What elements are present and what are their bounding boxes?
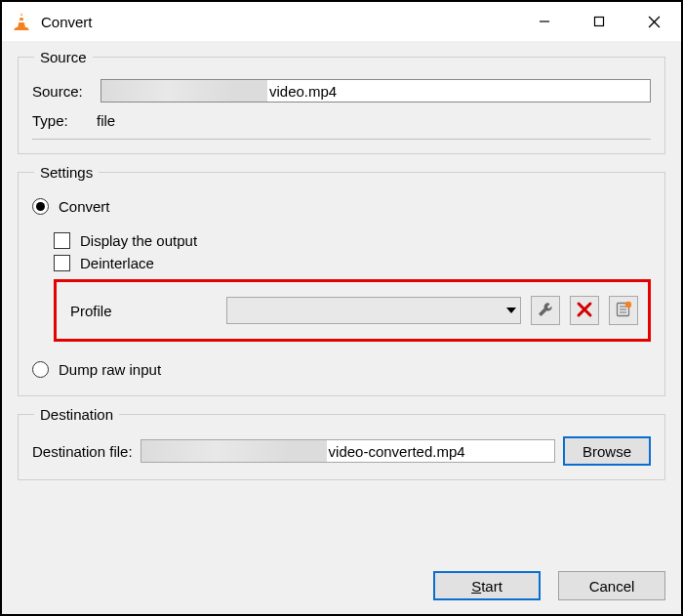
profile-row-highlight: Profile <box>54 279 651 342</box>
display-output-label: Display the output <box>80 232 197 249</box>
browse-button-label: Browse <box>583 443 631 460</box>
settings-legend: Settings <box>34 164 99 181</box>
svg-marker-3 <box>14 27 29 30</box>
wrench-icon <box>537 301 554 321</box>
close-button[interactable] <box>626 2 681 41</box>
maximize-button[interactable] <box>572 2 626 41</box>
deinterlace-label: Deinterlace <box>80 255 154 271</box>
vlc-cone-icon <box>12 12 31 31</box>
delete-profile-button[interactable] <box>570 296 599 325</box>
new-profile-button[interactable] <box>609 296 638 325</box>
cancel-button-label: Cancel <box>589 578 635 595</box>
profile-label: Profile <box>70 303 217 319</box>
edit-profile-button[interactable] <box>531 296 560 325</box>
minimize-button[interactable] <box>517 2 572 41</box>
new-profile-icon <box>615 301 632 321</box>
type-value: file <box>97 112 115 129</box>
svg-marker-0 <box>18 13 25 27</box>
settings-group: Settings Convert Display the output Dein… <box>18 164 665 396</box>
dump-raw-radio[interactable] <box>32 361 49 378</box>
source-label: Source: <box>32 83 93 100</box>
source-legend: Source <box>34 49 93 65</box>
source-path-input[interactable]: video.mp4 <box>100 79 651 103</box>
destination-file-input[interactable]: video-converted.mp4 <box>141 439 555 463</box>
destination-path-blurred <box>141 440 327 462</box>
convert-dialog: Convert Source Source: video.mp4 Type: <box>0 0 683 616</box>
svg-rect-2 <box>18 21 25 22</box>
source-separator <box>32 139 651 140</box>
source-path-blurred <box>101 80 267 102</box>
chevron-down-icon <box>506 308 516 313</box>
type-label: Type: <box>32 112 77 129</box>
svg-point-14 <box>625 301 631 307</box>
convert-radio-label: Convert <box>59 198 110 215</box>
destination-path-visible: video-converted.mp4 <box>327 443 467 460</box>
start-button[interactable]: Start <box>433 571 541 600</box>
dump-raw-label: Dump raw input <box>59 361 161 378</box>
source-group: Source Source: video.mp4 Type: file <box>18 49 665 154</box>
window-title: Convert <box>41 14 93 30</box>
start-button-label: Start <box>471 578 502 595</box>
destination-file-label: Destination file: <box>32 443 133 460</box>
display-output-checkbox[interactable] <box>54 232 70 249</box>
convert-radio[interactable] <box>32 198 49 215</box>
browse-button[interactable]: Browse <box>563 436 651 466</box>
svg-rect-5 <box>595 18 604 26</box>
destination-legend: Destination <box>34 406 119 423</box>
svg-rect-1 <box>19 16 24 18</box>
x-icon <box>576 301 593 321</box>
dialog-footer: Start Cancel <box>2 561 681 614</box>
cancel-button[interactable]: Cancel <box>558 571 665 600</box>
destination-group: Destination Destination file: video-conv… <box>18 406 665 480</box>
deinterlace-checkbox[interactable] <box>54 255 70 271</box>
titlebar: Convert <box>2 2 681 41</box>
profile-combobox[interactable] <box>226 297 521 324</box>
source-path-visible: video.mp4 <box>267 83 339 100</box>
